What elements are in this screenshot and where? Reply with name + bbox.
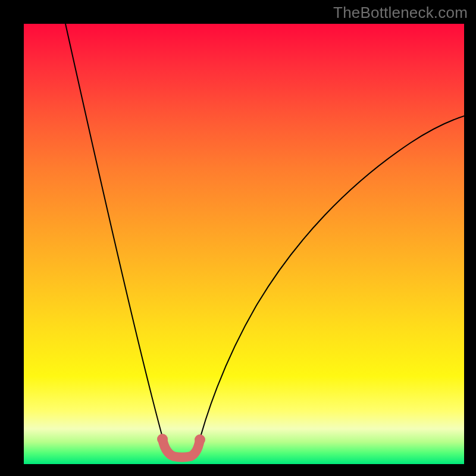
curve-layer xyxy=(24,24,464,464)
valley-bump-dot-left xyxy=(157,434,168,444)
curve-left-branch xyxy=(65,24,167,452)
curve-right-branch xyxy=(196,116,464,452)
chart-frame: TheBottleneck.com xyxy=(0,0,476,476)
watermark-text: TheBottleneck.com xyxy=(333,4,468,22)
valley-bump xyxy=(162,439,200,458)
plot-area xyxy=(24,24,464,464)
valley-bump-dot-right xyxy=(195,434,205,445)
